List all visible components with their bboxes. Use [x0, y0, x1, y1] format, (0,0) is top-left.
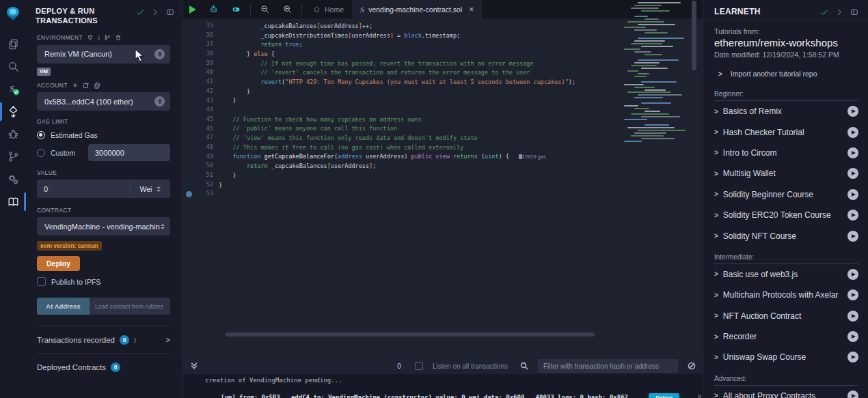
transactions-recorded-row[interactable]: Transactions recorded 0 i >	[37, 326, 170, 353]
code-line[interactable]: 41 revert("HTTP 429: Too Many Cupcakes (…	[183, 77, 703, 87]
line-gutter[interactable]: 35	[183, 21, 219, 31]
tutorial-item[interactable]: >NFT Auction Contract	[714, 306, 858, 326]
play-tutorial-button[interactable]	[847, 352, 858, 363]
tutorial-item[interactable]: >Recorder	[714, 326, 858, 347]
listen-transactions-checkbox[interactable]	[415, 362, 423, 370]
debug-button[interactable]: Debug	[649, 393, 679, 398]
line-gutter[interactable]: 44	[183, 105, 219, 115]
minimap[interactable]	[632, 2, 692, 173]
zoom-in-icon[interactable]	[276, 0, 299, 18]
tutorial-item[interactable]: >Multisig Wallet	[714, 163, 858, 184]
add-account-icon[interactable]	[72, 82, 79, 89]
tutorial-item[interactable]: >All about Proxy Contracts	[714, 386, 858, 398]
code-line[interactable]: 50 return _cupcakeBalances[userAddress];	[183, 161, 703, 171]
tutorial-item[interactable]: >Intro to Circom	[714, 143, 858, 163]
remix-logo[interactable]	[0, 0, 26, 27]
custom-gas-radio[interactable]	[37, 149, 45, 157]
value-unit-select[interactable]: Wei	[130, 180, 170, 198]
play-tutorial-button[interactable]	[847, 331, 858, 342]
environment-info-icon[interactable]: i	[98, 34, 100, 42]
tutorial-item[interactable]: >Uniswap Swap Course	[714, 347, 858, 367]
pin-panel-icon[interactable]	[850, 8, 858, 16]
terminal-search-icon[interactable]	[520, 362, 528, 370]
code-line[interactable]: 43 }	[183, 96, 703, 106]
plugin-manager-icon[interactable]	[0, 168, 26, 190]
terminal-transaction-line[interactable]: [vm] from: 0x5B3...eddC4 to: VendingMach…	[221, 393, 679, 398]
code-line[interactable]: 46 // 'public' means anyone can call thi…	[183, 124, 703, 134]
tutorial-item[interactable]: >Solidity Beginner Course	[714, 184, 858, 205]
code-line[interactable]: 51 }	[183, 171, 703, 180]
tutorial-item[interactable]: >Solidity NFT Course	[714, 225, 858, 246]
line-gutter[interactable]: 53	[183, 189, 219, 199]
play-tutorial-button[interactable]	[847, 269, 858, 280]
import-tutorial-repo[interactable]: > Import another tutorial repo	[703, 59, 868, 79]
solidity-compiler-icon[interactable]: S	[0, 78, 26, 100]
line-gutter[interactable]: 41	[183, 77, 219, 87]
line-gutter[interactable]: 40	[183, 68, 219, 77]
deploy-and-run-icon[interactable]	[0, 100, 26, 123]
line-gutter[interactable]: 46	[183, 124, 219, 134]
code-line[interactable]: 53	[183, 189, 703, 199]
git-icon[interactable]	[0, 145, 26, 168]
tab-vending-machine-contract[interactable]: S vending-machine-contract.sol ×	[352, 0, 482, 18]
editor-horizontal-scrollbar[interactable]	[226, 332, 595, 337]
clear-terminal-icon[interactable]	[688, 362, 696, 370]
chevron-right-icon[interactable]: >	[166, 336, 170, 344]
code-line[interactable]: 48 // This makes it free to call (no gas…	[183, 143, 703, 152]
environment-select[interactable]: Remix VM (Cancun)	[37, 45, 170, 63]
line-gutter[interactable]: 42	[183, 87, 219, 96]
close-tab-icon[interactable]: ×	[469, 5, 474, 14]
play-tutorial-button[interactable]	[847, 168, 858, 179]
edit-account-icon[interactable]	[83, 82, 90, 89]
estimated-gas-radio[interactable]	[37, 131, 45, 139]
play-tutorial-button[interactable]	[847, 311, 858, 322]
account-select[interactable]: 0x5B3...eddC4 (100 ether)	[37, 92, 170, 111]
environment-stepper-icon[interactable]	[154, 49, 165, 59]
debugger-icon[interactable]	[0, 123, 26, 145]
expand-panel-icon[interactable]	[151, 8, 159, 16]
line-gutter[interactable]: 48	[183, 143, 219, 152]
code-line[interactable]: 40 // 'revert' cancels the transaction a…	[183, 68, 703, 77]
deploy-button[interactable]: Deploy	[37, 256, 80, 271]
line-gutter[interactable]: 51	[183, 171, 219, 180]
tutorial-item[interactable]: >Multichain Protocols with Axelar	[714, 285, 858, 305]
deployed-contracts-row[interactable]: Deployed Contracts 0	[37, 354, 170, 380]
value-input[interactable]	[37, 180, 130, 198]
play-tutorial-button[interactable]	[847, 289, 858, 300]
contract-select[interactable]: VendingMachine - vending-machin	[37, 217, 170, 236]
account-stepper-icon[interactable]	[154, 96, 165, 106]
at-address-button[interactable]: At Address	[37, 298, 90, 315]
line-gutter[interactable]: 50	[183, 161, 219, 171]
tab-home[interactable]: Home	[305, 0, 352, 18]
terminal-scrollbar[interactable]	[698, 395, 701, 398]
plug-icon[interactable]	[87, 34, 94, 41]
play-tutorial-button[interactable]	[847, 147, 858, 158]
tutorial-item[interactable]: >Basics of Remix	[714, 101, 858, 122]
line-gutter[interactable]: 39	[183, 59, 219, 68]
line-gutter[interactable]: 36	[183, 31, 219, 40]
code-line[interactable]: 49 function getCupcakeBalanceFor(address…	[183, 152, 703, 162]
play-tutorial-button[interactable]	[847, 189, 858, 200]
line-gutter[interactable]: 38	[183, 49, 219, 59]
pin-panel-icon[interactable]	[166, 8, 174, 16]
code-line[interactable]: 35 _cupcakeBalances[userAddress]++;	[183, 21, 703, 31]
line-gutter[interactable]: 37	[183, 40, 219, 49]
terminal-output[interactable]: creation of VendingMachine pending... [v…	[183, 374, 703, 398]
line-gutter[interactable]: 47	[183, 133, 219, 143]
run-script-button[interactable]	[183, 0, 202, 18]
fork-environment-icon[interactable]	[104, 34, 111, 41]
ai-copilot-toggle[interactable]	[225, 0, 247, 18]
zoom-out-icon[interactable]	[254, 0, 276, 18]
delete-environment-icon[interactable]	[115, 34, 122, 41]
publish-ipfs-checkbox[interactable]	[37, 277, 46, 286]
play-tutorial-button[interactable]	[847, 127, 858, 138]
line-gutter[interactable]: 52	[183, 180, 219, 190]
collapse-terminal-icon[interactable]	[190, 362, 198, 370]
code-line[interactable]: 36 _cupcakeDistributionTimes[userAddress…	[183, 31, 703, 40]
tutorial-item[interactable]: >Hash Checker Tutorial	[714, 122, 858, 142]
play-tutorial-button[interactable]	[847, 106, 858, 117]
breakpoint-icon[interactable]	[186, 191, 192, 197]
learneth-icon[interactable]	[0, 190, 26, 213]
file-explorer-icon[interactable]	[0, 33, 26, 55]
code-line[interactable]: 52}	[183, 180, 703, 190]
